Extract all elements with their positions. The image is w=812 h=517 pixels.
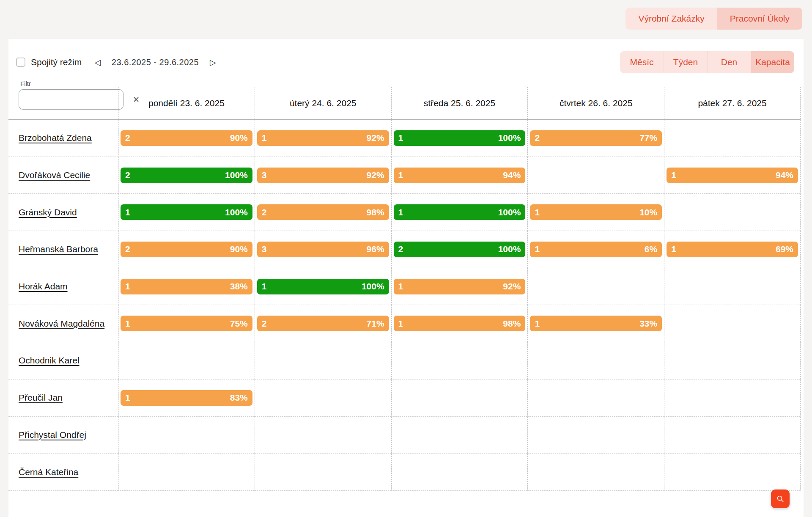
capacity-cell: 1100%	[118, 194, 255, 231]
capacity-percent: 100%	[498, 133, 521, 143]
view-den-button[interactable]: Den	[707, 51, 751, 73]
capacity-percent: 100%	[498, 244, 521, 254]
capacity-cell: 16%	[527, 231, 664, 268]
grid-body: Brzobohatá Zdena290%192%1100%277%Dvořáko…	[8, 120, 801, 491]
capacity-cell	[391, 380, 528, 417]
capacity-bar[interactable]: 2100%	[394, 242, 526, 257]
capacity-cell: 198%	[391, 305, 528, 342]
capacity-bar[interactable]: 192%	[394, 279, 526, 294]
schedule-row: Přichystal Ondřej	[8, 417, 801, 454]
capacity-percent: 90%	[230, 133, 248, 143]
person-name-link[interactable]: Heřmanská Barbora	[19, 244, 98, 254]
grid-header-row: pondělí 23. 6. 2025úterý 24. 6. 2025stře…	[8, 87, 801, 120]
person-name-link[interactable]: Brzobohatá Zdena	[19, 133, 92, 143]
person-name-cell[interactable]: Brzobohatá Zdena	[8, 120, 118, 157]
capacity-cell: 138%	[118, 268, 255, 305]
capacity-cell	[118, 454, 255, 491]
capacity-bar[interactable]: 110%	[530, 204, 662, 220]
tab-pracovni-ukoly[interactable]: Pracovní Úkoly	[717, 8, 802, 30]
capacity-bar[interactable]: 198%	[394, 316, 526, 331]
module-switcher: Výrobní Zakázky Pracovní Úkoly	[625, 8, 802, 30]
next-week-button[interactable]: ▷	[210, 58, 216, 66]
view-mesic-button[interactable]: Měsíc	[620, 51, 664, 73]
capacity-cell	[527, 268, 664, 305]
continuous-mode-checkbox[interactable]	[16, 58, 25, 67]
schedule-row: Nováková Magdaléna175%271%198%133%	[8, 305, 801, 342]
person-name-cell[interactable]: Černá Kateřina	[8, 454, 118, 491]
capacity-cell	[664, 268, 801, 305]
task-count: 1	[535, 319, 540, 329]
capacity-cell	[527, 454, 664, 491]
capacity-bar[interactable]: 298%	[257, 204, 389, 220]
person-name-cell[interactable]: Heřmanská Barbora	[8, 231, 118, 268]
capacity-cell: 2100%	[118, 157, 255, 194]
person-name-link[interactable]: Černá Kateřina	[19, 467, 78, 477]
view-kapacita-button[interactable]: Kapacita	[751, 51, 794, 73]
capacity-cell	[527, 417, 664, 454]
search-fab[interactable]	[771, 490, 790, 508]
capacity-bar[interactable]: 277%	[530, 130, 662, 146]
capacity-bar[interactable]: 194%	[667, 168, 798, 183]
capacity-percent: 10%	[639, 207, 657, 217]
capacity-percent: 98%	[503, 319, 521, 329]
tab-vyrobni-zakazky[interactable]: Výrobní Zakázky	[625, 8, 717, 30]
capacity-bar[interactable]: 138%	[121, 279, 252, 294]
person-name-cell[interactable]: Přeučil Jan	[8, 380, 118, 417]
person-name-cell[interactable]: Nováková Magdaléna	[8, 305, 118, 342]
view-tyden-button[interactable]: Týden	[664, 51, 707, 73]
capacity-bar[interactable]: 133%	[530, 316, 662, 331]
task-count: 1	[671, 244, 676, 254]
person-name-cell[interactable]: Přichystal Ondřej	[8, 417, 118, 454]
capacity-cell: 392%	[255, 157, 391, 194]
capacity-bar[interactable]: 192%	[257, 130, 389, 146]
capacity-bar[interactable]: 194%	[394, 168, 526, 183]
capacity-cell: 192%	[255, 120, 391, 157]
capacity-percent: 92%	[367, 133, 384, 143]
capacity-bar[interactable]: 1100%	[257, 279, 389, 294]
capacity-cell	[527, 157, 664, 194]
capacity-percent: 92%	[367, 170, 384, 180]
capacity-cell: 110%	[527, 194, 664, 231]
capacity-cell: 1100%	[391, 194, 528, 231]
capacity-cell: 290%	[118, 120, 255, 157]
person-name-cell[interactable]: Gránský David	[8, 194, 118, 231]
capacity-bar[interactable]: 271%	[257, 316, 389, 331]
schedule-row: Horák Adam138%1100%192%	[8, 268, 801, 305]
task-count: 1	[262, 133, 267, 143]
person-name-link[interactable]: Dvořáková Cecilie	[19, 170, 90, 180]
capacity-bar[interactable]: 2100%	[121, 168, 252, 183]
capacity-bar[interactable]: 1100%	[394, 130, 526, 146]
person-name-link[interactable]: Přichystal Ondřej	[19, 430, 86, 440]
capacity-bar[interactable]: 290%	[121, 242, 252, 257]
person-name-link[interactable]: Přeučil Jan	[19, 393, 63, 403]
capacity-bar[interactable]: 396%	[257, 242, 389, 257]
capacity-bar[interactable]: 1100%	[394, 204, 526, 220]
capacity-cell: 183%	[118, 380, 255, 417]
person-name-link[interactable]: Horák Adam	[19, 281, 68, 292]
capacity-bar[interactable]: 1100%	[121, 204, 252, 220]
capacity-percent: 100%	[362, 281, 384, 292]
day-header-1: úterý 24. 6. 2025	[255, 87, 391, 119]
person-name-cell[interactable]: Dvořáková Cecilie	[8, 157, 118, 194]
person-name-link[interactable]: Gránský David	[19, 207, 77, 217]
capacity-percent: 90%	[230, 244, 248, 254]
person-name-link[interactable]: Nováková Magdaléna	[19, 319, 104, 329]
capacity-percent: 98%	[367, 207, 384, 217]
capacity-bar[interactable]: 175%	[121, 316, 252, 331]
capacity-bar[interactable]: 183%	[121, 390, 252, 406]
task-count: 3	[262, 170, 267, 180]
date-range-label: 23.6.2025 - 29.6.2025	[112, 58, 199, 67]
capacity-bar[interactable]: 392%	[257, 168, 389, 183]
capacity-percent: 94%	[503, 170, 521, 180]
capacity-percent: 33%	[639, 319, 657, 329]
schedule-row: Brzobohatá Zdena290%192%1100%277%	[8, 120, 801, 157]
person-name-cell[interactable]: Horák Adam	[8, 268, 118, 305]
person-name-cell[interactable]: Ochodnik Karel	[8, 342, 118, 380]
task-count: 2	[125, 133, 130, 143]
prev-week-button[interactable]: ◁	[94, 58, 101, 66]
capacity-bar[interactable]: 16%	[530, 242, 662, 257]
person-name-link[interactable]: Ochodnik Karel	[19, 355, 80, 366]
day-header-4: pátek 27. 6. 2025	[664, 87, 801, 119]
capacity-bar[interactable]: 169%	[667, 242, 798, 257]
capacity-bar[interactable]: 290%	[121, 130, 252, 146]
